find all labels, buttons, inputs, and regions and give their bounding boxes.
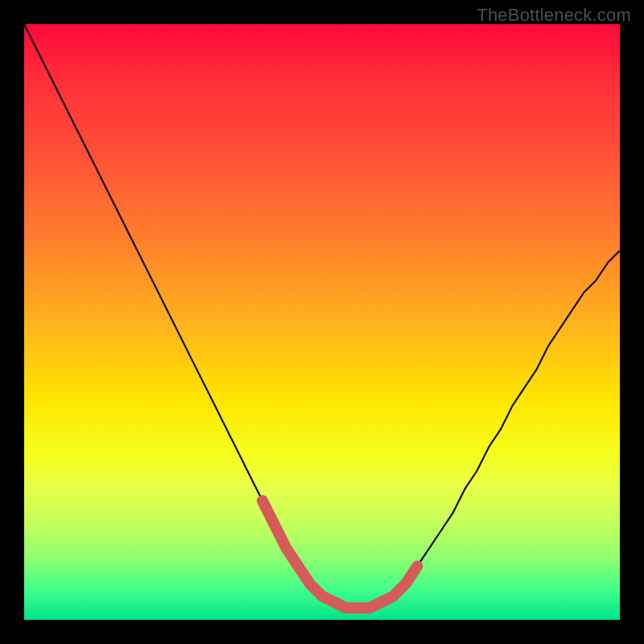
bottleneck-curve (24, 24, 620, 608)
chart-frame: TheBottleneck.com (0, 0, 644, 644)
curve-svg (24, 24, 620, 620)
bottleneck-curve-highlight (262, 501, 417, 608)
gradient-plot-area (24, 24, 620, 620)
watermark-text: TheBottleneck.com (477, 5, 631, 26)
